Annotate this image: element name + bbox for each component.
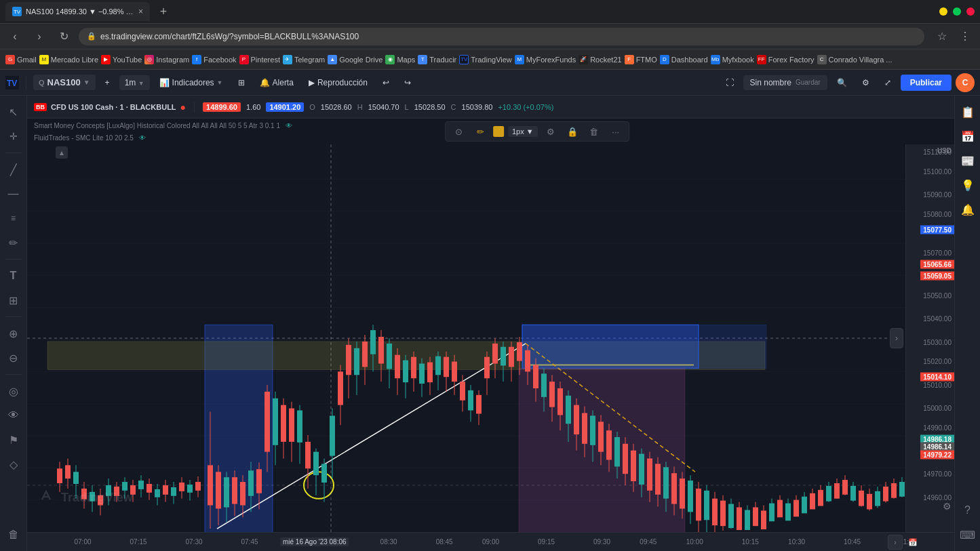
watch-tool[interactable]: 👁	[3, 405, 24, 426]
keyboard-btn[interactable]: ⌨	[957, 524, 979, 546]
indicators-button[interactable]: 📊 Indicadores ▼	[154, 75, 229, 90]
brush-tool[interactable]: ✏	[3, 232, 24, 253]
svg-rect-48	[146, 484, 152, 493]
trash-tool[interactable]: 🗑	[3, 524, 24, 546]
new-tab-button[interactable]: +	[154, 2, 173, 21]
draw-color-picker[interactable]	[493, 126, 504, 137]
svg-rect-58	[187, 485, 193, 493]
svg-rect-220	[850, 486, 856, 501]
draw-delete-btn[interactable]: 🗑	[585, 123, 603, 140]
text-tool[interactable]: T	[3, 265, 24, 287]
timeframe-selector[interactable]: 1m ▼	[119, 75, 150, 90]
indicator-1-visibility[interactable]: 👁	[286, 122, 292, 129]
redo-button[interactable]: ↪	[399, 75, 416, 90]
bookmark-forexfactory[interactable]: FF Forex Factory	[757, 55, 815, 64]
forward-button[interactable]: ›	[30, 27, 49, 46]
measure-tool[interactable]: ⊞	[3, 289, 24, 311]
bookmark-ftmo[interactable]: F FTMO	[625, 55, 657, 64]
horizontal-line-tool[interactable]: —	[3, 183, 24, 205]
bookmark-mercadolibre[interactable]: M Mercado Libre	[39, 55, 98, 64]
bookmark-dashboard[interactable]: D Dashboard	[660, 55, 708, 64]
draw-line-width[interactable]: 1px ▼	[508, 126, 538, 137]
back-button[interactable]: ‹	[5, 27, 24, 46]
browser-menu[interactable]: ⋮	[956, 27, 975, 46]
bookmark-tradingview[interactable]: TV TradingView	[459, 55, 512, 64]
pattern-tool[interactable]: ◇	[3, 453, 24, 475]
svg-rect-132	[492, 344, 498, 364]
bookmark-star[interactable]: ☆	[933, 27, 952, 46]
settings-button[interactable]: ⚙	[857, 75, 875, 90]
bookmark-traducir[interactable]: T Traducir	[418, 55, 456, 64]
indicator-2-visibility[interactable]: 👁	[139, 134, 146, 142]
fullscreen-expand-button[interactable]: ⤢	[879, 75, 897, 90]
chart-area[interactable]: BB CFD US 100 Cash · 1 · BLACKBULL ● 148…	[27, 96, 954, 551]
close-button[interactable]	[966, 7, 975, 16]
maximize-button[interactable]	[953, 7, 961, 16]
magnet-tool[interactable]: ◎	[3, 380, 24, 402]
refresh-button[interactable]: ↻	[54, 27, 73, 46]
bookmark-rocket21[interactable]: 🚀 Rocket21	[579, 55, 621, 64]
line-tool[interactable]: ╱	[3, 159, 24, 180]
news-btn[interactable]: 📰	[957, 150, 979, 171]
bookmark-gmail[interactable]: G Gmail	[5, 55, 37, 64]
draw-lock-btn[interactable]: 🔒	[564, 123, 581, 140]
minimize-button[interactable]	[939, 7, 947, 16]
crosshair-tool[interactable]: ✛	[3, 125, 24, 147]
cursor-tool[interactable]: ↖	[3, 101, 24, 123]
bookmark-pinterest[interactable]: P Pinterest	[239, 55, 280, 64]
active-tab[interactable]: TV NAS100 14899.30 ▼ −0.98% Sin ... ×	[5, 2, 150, 21]
price-15080: 15080.00	[923, 210, 952, 218]
alert-tool[interactable]: ⚑	[3, 429, 24, 451]
price-axis-settings[interactable]: ⚙	[943, 501, 952, 512]
channel-tool[interactable]: ≡	[3, 207, 24, 229]
fullscreen-button[interactable]: ⛶	[720, 75, 739, 90]
search-button[interactable]: 🔍	[831, 75, 852, 90]
draw-settings-btn[interactable]: ⚙	[542, 123, 560, 140]
svg-rect-222	[859, 491, 864, 506]
svg-rect-140	[525, 350, 530, 372]
time-expand-button[interactable]: ›	[888, 535, 903, 550]
bookmark-telegram[interactable]: ✈ Telegram	[283, 55, 325, 64]
scroll-right-button[interactable]: ›	[890, 328, 903, 348]
bookmark-youtube[interactable]: ▶ YouTube	[101, 55, 142, 64]
calendar-btn[interactable]: 📅	[957, 125, 979, 147]
bookmark-maps[interactable]: ◉ Maps	[385, 55, 415, 64]
bookmark-facebook[interactable]: f Facebook	[192, 55, 236, 64]
svg-rect-168	[639, 454, 644, 485]
chart-canvas[interactable]: 15110.00 15100.00 15090.00 15080.00 1507…	[27, 144, 954, 532]
alert-button[interactable]: 🔔 Alerta	[254, 75, 299, 90]
layout-button[interactable]: ⊞	[233, 75, 250, 90]
alert-right-btn[interactable]: 🔔	[957, 199, 979, 220]
draw-more-btn[interactable]: ···	[607, 123, 625, 140]
draw-select-btn[interactable]: ⊙	[450, 123, 467, 140]
draw-pencil-btn[interactable]: ✏	[471, 123, 489, 140]
bookmark-myfxbook[interactable]: Mb Myfxbook	[711, 55, 754, 64]
add-chart-button[interactable]: +	[100, 75, 115, 90]
symbol-search[interactable]: Q NAS100 ▼	[33, 75, 96, 90]
zoom-out-tool[interactable]: ⊖	[3, 347, 24, 369]
bookmark-googledrive[interactable]: ▲ Google Drive	[328, 55, 383, 64]
help-btn[interactable]: ?	[957, 499, 979, 521]
svg-rect-218	[842, 480, 848, 495]
zoom-in-tool[interactable]: ⊕	[3, 323, 24, 344]
drawing-toolbar: ⊙ ✏ 1px ▼ ⚙ 🔒 🗑 ···	[445, 121, 629, 142]
ideas-btn[interactable]: 💡	[957, 174, 979, 196]
svg-rect-26	[57, 468, 62, 483]
tv-logo[interactable]: TV	[5, 76, 19, 89]
bookmark-instagram[interactable]: ◎ Instagram	[144, 55, 189, 64]
bookmark-myforexfunds[interactable]: M MyForexFunds	[515, 55, 576, 64]
close-val: 15039.80	[462, 103, 493, 111]
svg-rect-233	[41, 490, 56, 505]
tab-close[interactable]: ×	[138, 7, 143, 16]
goto-date-button[interactable]: 📅	[905, 535, 920, 550]
undo-button[interactable]: ↩	[377, 75, 395, 90]
replay-button[interactable]: ▶ Reproducción	[303, 75, 373, 90]
address-input[interactable]: 🔒 es.tradingview.com/chart/ftZL6sWg/?sym…	[79, 28, 924, 45]
chart-name[interactable]: Sin nombre Guardar	[743, 75, 827, 90]
collapse-button[interactable]: ▲	[56, 146, 68, 159]
bookmark-conrado[interactable]: C Conrado Villagra ...	[817, 55, 893, 64]
watchlist-btn[interactable]: 📋	[957, 101, 979, 123]
tv-watermark-icon	[41, 490, 56, 505]
account-avatar[interactable]: C	[956, 73, 975, 92]
publish-button[interactable]: Publicar	[901, 75, 952, 91]
